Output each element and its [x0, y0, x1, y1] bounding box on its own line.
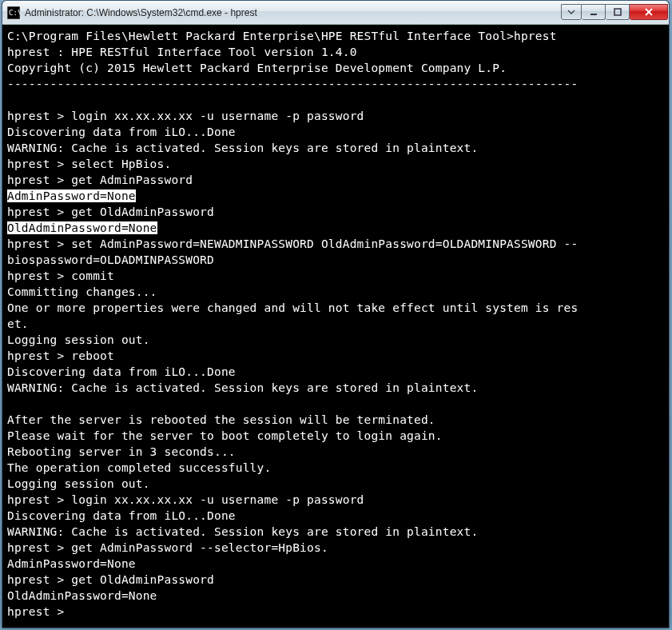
svg-rect-2: [590, 14, 597, 15]
terminal-line: hprest > get OldAdminPassword: [7, 205, 214, 218]
snap-caret-button[interactable]: [561, 4, 582, 20]
terminal-line: hprest : HPE RESTful Interface Tool vers…: [7, 46, 357, 58]
terminal-line-highlight: AdminPassword=None: [7, 189, 136, 202]
terminal-line: biospassword=OLDADMINPASSWORD: [7, 253, 214, 266]
terminal-line: hprest > get OldAdminPassword: [7, 573, 214, 586]
terminal-line: Committing changes...: [7, 285, 157, 298]
terminal-output[interactable]: C:\Program Files\Hewlett Packard Enterpr…: [2, 25, 669, 628]
terminal-line: One or more properties were changed and …: [7, 301, 578, 314]
terminal-line: AdminPassword=None: [7, 557, 136, 570]
terminal-line: Copyright (c) 2015 Hewlett Packard Enter…: [7, 62, 507, 74]
terminal-line: hprest > set AdminPassword=NEWADMINPASSW…: [7, 237, 578, 250]
terminal-line: WARNING: Cache is activated. Session key…: [7, 525, 478, 538]
terminal-line: After the server is rebooted the session…: [7, 413, 435, 426]
terminal-line: Discovering data from iLO...Done: [7, 509, 236, 522]
terminal-line: WARNING: Cache is activated. Session key…: [7, 381, 478, 394]
svg-text:C:\: C:\: [9, 9, 20, 17]
terminal-line: hprest > get AdminPassword --selector=Hp…: [7, 541, 328, 554]
terminal-line: et.: [7, 317, 29, 330]
terminal-line: WARNING: Cache is activated. Session key…: [7, 142, 478, 154]
terminal-line: hprest > get AdminPassword: [7, 173, 193, 186]
titlebar[interactable]: C:\ Administrator: C:\Windows\System32\c…: [2, 1, 669, 25]
cmd-window: C:\ Administrator: C:\Windows\System32\c…: [2, 0, 670, 628]
terminal-line: ----------------------------------------…: [7, 78, 578, 90]
terminal-line: Rebooting server in 3 seconds...: [7, 445, 236, 458]
terminal-line: Discovering data from iLO...Done: [7, 126, 236, 138]
terminal-line: The operation completed successfully.: [7, 461, 271, 474]
maximize-button[interactable]: [606, 4, 630, 20]
terminal-line: OldAdminPassword=None: [7, 589, 157, 602]
cmd-icon: C:\: [7, 6, 20, 19]
terminal-line: Discovering data from iLO...Done: [7, 365, 236, 378]
terminal-line: hprest > login xx.xx.xx.xx -u username -…: [7, 110, 364, 122]
window-title: Administrator: C:\Windows\System32\cmd.e…: [25, 7, 561, 18]
svg-rect-3: [614, 9, 621, 15]
terminal-line: hprest > select HpBios.: [7, 158, 171, 170]
terminal-line: C:\Program Files\Hewlett Packard Enterpr…: [7, 30, 557, 42]
terminal-line: hprest > reboot: [7, 349, 114, 362]
window-controls: [561, 4, 668, 20]
terminal-line: hprest >: [7, 605, 64, 618]
terminal-line: Logging session out.: [7, 477, 150, 490]
minimize-button[interactable]: [582, 4, 606, 20]
terminal-line: hprest > commit: [7, 269, 114, 282]
terminal-line: hprest > login xx.xx.xx.xx -u username -…: [7, 493, 364, 506]
close-button[interactable]: [630, 4, 668, 20]
terminal-line-highlight: OldAdminPassword=None: [7, 221, 157, 234]
terminal-line: Logging session out.: [7, 333, 150, 346]
terminal-line: Please wait for the server to boot compl…: [7, 429, 443, 442]
